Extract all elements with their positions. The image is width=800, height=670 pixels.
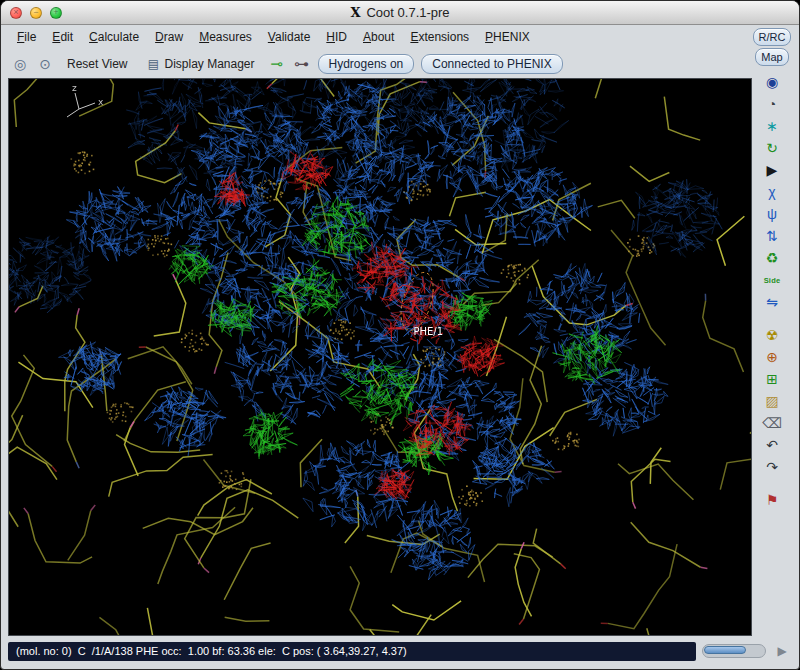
target-icon[interactable]: ◎ (11, 55, 29, 73)
menu-draw[interactable]: Draw (148, 27, 190, 47)
menu-measures[interactable]: Measures (192, 27, 259, 47)
resize-grip-icon[interactable]: ▶ (772, 642, 792, 660)
mutate-icon[interactable]: ⇅ (759, 226, 785, 246)
phenix-connection-button[interactable]: Connected to PHENIX (421, 54, 562, 74)
left-column: FileEditCalculateDrawMeasuresValidateHID… (8, 25, 752, 636)
main-area: FileEditCalculateDrawMeasuresValidateHID… (1, 25, 799, 636)
horizontal-scrollbar[interactable] (702, 644, 766, 658)
zoom-button[interactable]: + (50, 7, 62, 19)
refine-icon-stack: ◉◔∗↻▶χψ⇅♻Side⇋☢⊕⊞▨⌫↶↷⚑ (759, 72, 785, 510)
sphere-refine-icon[interactable]: ◉ (759, 72, 785, 92)
hydrogens-toggle-button[interactable]: Hydrogens on (318, 54, 415, 74)
side-chain-180-icon[interactable]: Side (759, 270, 785, 290)
menu-edit[interactable]: Edit (45, 27, 80, 47)
regularize-clock-icon[interactable]: ◔ (759, 94, 785, 114)
status-row: (mol. no: 0) C /1/A/138 PHE occ: 1.00 bf… (1, 636, 799, 669)
viewport[interactable] (8, 78, 752, 636)
ligand-builder-icon[interactable]: ▨ (759, 391, 785, 411)
rigid-body-icon[interactable]: ∗ (759, 116, 785, 136)
flip-peptide-icon[interactable]: ⇋ (759, 292, 785, 312)
redo-icon[interactable]: ↷ (759, 457, 785, 477)
display-manager-button[interactable]: ▤ Display Manager (140, 52, 260, 76)
window-controls: × − + (10, 1, 62, 24)
go-to-atom-icon[interactable]: ⊸ (268, 55, 286, 73)
toolbar: ◎ ⊙ Reset View ▤ Display Manager ⊸ ⊶ Hyd… (8, 49, 752, 78)
map-button[interactable]: Map (755, 48, 788, 66)
menu-extensions[interactable]: Extensions (403, 27, 476, 47)
x11-icon: X (350, 5, 360, 20)
menu-hid[interactable]: HID (319, 27, 354, 47)
right-sidebar: R/RC Map ◉◔∗↻▶χψ⇅♻Side⇋☢⊕⊞▨⌫↶↷⚑ (752, 25, 792, 636)
chi-angles-icon[interactable]: χ (759, 182, 785, 202)
rotate-translate-icon[interactable]: ↻ (759, 138, 785, 158)
flag-icon[interactable]: ⚑ (759, 490, 785, 510)
go-to-ligand-icon[interactable]: ⊶ (293, 55, 311, 73)
menu-phenix[interactable]: PHENIX (478, 27, 537, 47)
run-refmac-icon[interactable]: ☢ (759, 325, 785, 345)
rrc-button[interactable]: R/RC (753, 28, 792, 46)
add-alt-conf-icon[interactable]: ⊕ (759, 347, 785, 367)
display-manager-icon: ▤ (146, 55, 160, 73)
window-title: X Coot 0.7.1-pre (350, 5, 449, 20)
close-button[interactable]: × (10, 7, 22, 19)
reset-view-label: Reset View (67, 57, 127, 71)
undo-icon[interactable]: ↶ (759, 435, 785, 455)
bullseye-icon[interactable]: ⊙ (36, 55, 54, 73)
reset-view-button[interactable]: Reset View (61, 54, 133, 74)
play-icon[interactable]: ▶ (759, 160, 785, 180)
display-manager-label: Display Manager (164, 57, 254, 71)
auto-fit-rotamer-icon[interactable]: ♻ (759, 248, 785, 268)
menu-about[interactable]: About (356, 27, 401, 47)
menu-file[interactable]: File (10, 27, 43, 47)
status-bar: (mol. no: 0) C /1/A/138 PHE occ: 1.00 bf… (8, 642, 696, 661)
scrollbar-thumb[interactable] (704, 646, 746, 654)
delete-item-icon[interactable]: ⌫ (759, 413, 785, 433)
rotamers-icon[interactable]: ψ (759, 204, 785, 224)
add-terminal-residue-icon[interactable]: ⊞ (759, 369, 785, 389)
coot-window: × − + X Coot 0.7.1-pre FileEditCalculate… (0, 0, 800, 670)
molecular-canvas[interactable] (9, 79, 751, 635)
titlebar[interactable]: × − + X Coot 0.7.1-pre (1, 1, 799, 25)
menu-calculate[interactable]: Calculate (82, 27, 146, 47)
menubar: FileEditCalculateDrawMeasuresValidateHID… (8, 25, 752, 49)
menu-validate[interactable]: Validate (261, 27, 318, 47)
window-title-text: Coot 0.7.1-pre (366, 5, 449, 20)
minimize-button[interactable]: − (30, 7, 42, 19)
